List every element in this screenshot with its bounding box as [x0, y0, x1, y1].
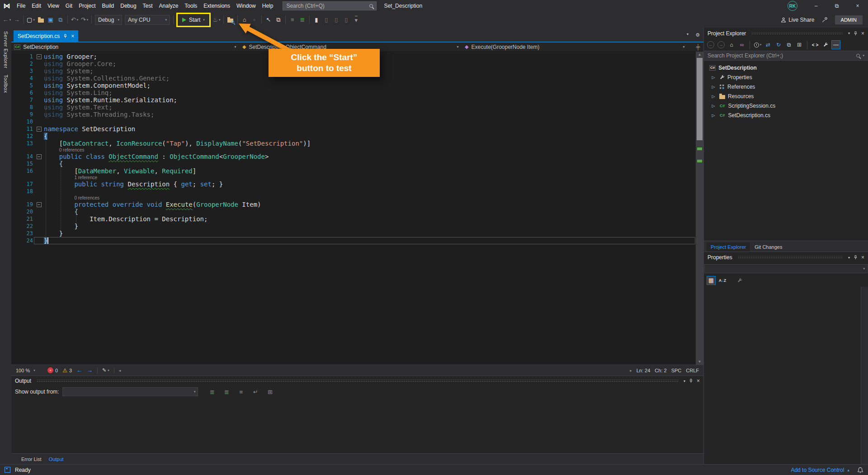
find-in-files-icon[interactable]	[226, 14, 236, 25]
error-count-badge[interactable]: × 0	[47, 367, 58, 373]
line-unindent-icon[interactable]: ≣	[297, 14, 307, 25]
history-icon[interactable]: ▾	[753, 40, 762, 49]
background-tasks-icon[interactable]	[5, 467, 10, 473]
properties-wrench-icon[interactable]	[821, 40, 830, 49]
line-number[interactable]: 8	[11, 104, 34, 111]
navigate-forward-icon[interactable]: →	[87, 367, 93, 374]
line-number[interactable]: 4	[11, 75, 34, 82]
scroll-down-icon[interactable]: ▼	[696, 360, 703, 364]
menu-git[interactable]: Git	[62, 0, 75, 12]
codelens-references[interactable]: 0 references	[11, 147, 696, 153]
menu-debug[interactable]: Debug	[117, 0, 139, 12]
nav-backward-icon[interactable]: ←▾	[2, 14, 12, 25]
breadcrumb-member[interactable]: ◆ Execute(GrooperNode Item) ▼	[462, 43, 688, 51]
fold-collapse-icon[interactable]: −	[37, 202, 42, 207]
restore-button[interactable]: ⧉	[826, 0, 847, 12]
line-number[interactable]: 11	[11, 125, 34, 133]
feedback-icon[interactable]	[822, 17, 828, 23]
properties-object-select[interactable]: ▾	[704, 264, 868, 273]
column-indicator[interactable]: Ch: 2	[655, 368, 666, 373]
fold-collapse-icon[interactable]: −	[37, 154, 42, 159]
tree-item-references[interactable]: ▷References	[704, 82, 868, 91]
explorer-back-icon[interactable]: ←	[706, 40, 715, 49]
codelens-references[interactable]: 0 references	[11, 195, 696, 201]
clear-bookmarks-icon[interactable]: ▯	[341, 14, 351, 25]
scroll-up-icon[interactable]: ▲	[696, 52, 703, 57]
side-tab-toolbox[interactable]: Toolbox	[3, 75, 9, 93]
redo-icon[interactable]: ↷▾	[80, 14, 90, 25]
codelens-references[interactable]: 1 reference	[11, 175, 696, 180]
tree-item-properties[interactable]: ▷Properties	[704, 72, 868, 82]
pin-icon[interactable]	[63, 34, 67, 38]
prev-bookmark-icon[interactable]: ▯	[321, 14, 331, 25]
menu-help[interactable]: Help	[259, 0, 277, 12]
line-number[interactable]: 6	[11, 89, 34, 96]
copy-node-icon[interactable]: ⧉	[784, 40, 793, 49]
output-next-message-icon[interactable]: ≣	[222, 386, 231, 397]
user-avatar[interactable]: RK	[788, 1, 797, 11]
hscroll-left-icon[interactable]: ◂	[119, 368, 121, 373]
notifications-bell-icon[interactable]	[857, 467, 863, 473]
line-indent-icon[interactable]: ≡	[288, 14, 297, 25]
menu-test[interactable]: Test	[140, 0, 156, 12]
undo-icon[interactable]: ↶▾	[70, 14, 80, 25]
properties-grid[interactable]	[704, 287, 868, 465]
minimize-button[interactable]: –	[806, 0, 826, 12]
panel-options-icon[interactable]: ▾	[848, 31, 850, 35]
line-number[interactable]: 2	[11, 60, 34, 67]
tree-item-setdescription-cs[interactable]: ▷C#SetDescription.cs	[704, 110, 868, 120]
zoom-level-select[interactable]: 100 % ▾	[16, 368, 43, 373]
live-share-button[interactable]: Live Share	[781, 17, 814, 23]
tree-expand-chevron-icon[interactable]: ▷	[710, 75, 717, 80]
line-number[interactable]: 10	[11, 118, 34, 125]
alphabetical-sort-icon[interactable]: A↓Z	[718, 276, 727, 285]
line-number[interactable]: 19	[11, 201, 34, 208]
bottom-tab-output[interactable]: Output	[49, 456, 64, 462]
view-code-icon[interactable]: < >	[811, 40, 820, 49]
output-clear-icon[interactable]: ≡	[236, 386, 246, 397]
line-number[interactable]: 1	[11, 53, 34, 60]
options-grid-icon[interactable]: ▫	[250, 14, 259, 25]
tab-close-icon[interactable]: ×	[71, 33, 74, 39]
start-debug-button[interactable]: Start▾	[179, 14, 208, 25]
line-number[interactable]: 23	[11, 230, 34, 237]
navigate-home-icon[interactable]: ⌂	[240, 14, 250, 25]
panel-close-icon[interactable]: ×	[861, 30, 864, 37]
panel-options-icon[interactable]: ▾	[848, 256, 850, 260]
hscroll-right-icon[interactable]: ▸	[630, 368, 632, 373]
tree-expand-chevron-icon[interactable]: ▷	[710, 85, 717, 89]
warning-count-badge[interactable]: ⚠ 3	[62, 367, 72, 374]
save-icon[interactable]: ▣	[46, 14, 56, 25]
caret-up-icon[interactable]: ▴	[847, 468, 849, 472]
bottom-tab-error-list[interactable]: Error List	[21, 456, 42, 462]
breadcrumb-type[interactable]: ◆ SetDescription.ObjectCommand ▼	[240, 43, 462, 51]
hot-reload-icon[interactable]: ♨▾	[212, 14, 222, 25]
duplicate-node-icon[interactable]: ⊞	[795, 40, 804, 49]
line-number[interactable]: 17	[11, 180, 34, 188]
explorer-forward-icon[interactable]: →	[717, 40, 726, 49]
refresh-icon[interactable]: ↻	[774, 40, 783, 49]
tree-item-scriptingsession-cs[interactable]: ▷C#ScriptingSession.cs	[704, 101, 868, 110]
editor-settings-gear-icon[interactable]: ⚙	[695, 32, 700, 38]
tree-expand-chevron-icon[interactable]: ▷	[710, 113, 717, 118]
fold-collapse-icon[interactable]: −	[37, 127, 42, 132]
navigate-back-icon[interactable]: ←	[76, 367, 82, 374]
menu-window[interactable]: Window	[233, 0, 259, 12]
line-indicator[interactable]: Ln: 24	[637, 368, 651, 373]
split-editor-handle-icon[interactable]: ╪	[693, 43, 703, 51]
code-editor[interactable]: 1−using Grooper;2using Grooper.Core;3usi…	[11, 52, 696, 365]
line-number[interactable]: 22	[11, 223, 34, 230]
line-ending-indicator[interactable]: CRLF	[686, 368, 699, 373]
close-button[interactable]: ×	[847, 0, 868, 12]
property-pages-icon[interactable]	[735, 276, 744, 285]
toolbar-overflow-icon[interactable]: ▾	[351, 14, 361, 25]
line-number[interactable]: 3	[11, 67, 34, 75]
menu-tools[interactable]: Tools	[181, 0, 200, 12]
menu-file[interactable]: File	[14, 0, 28, 12]
insert-mode-indicator[interactable]: SPC	[671, 368, 682, 373]
scrollbar-thumb[interactable]	[697, 58, 703, 140]
collapse-all-icon[interactable]: —	[831, 40, 840, 49]
panel-tab-project-explorer[interactable]: Project Explorer	[707, 242, 750, 252]
admin-button[interactable]: ADMIN	[835, 15, 863, 24]
line-number[interactable]: 18	[11, 188, 34, 195]
